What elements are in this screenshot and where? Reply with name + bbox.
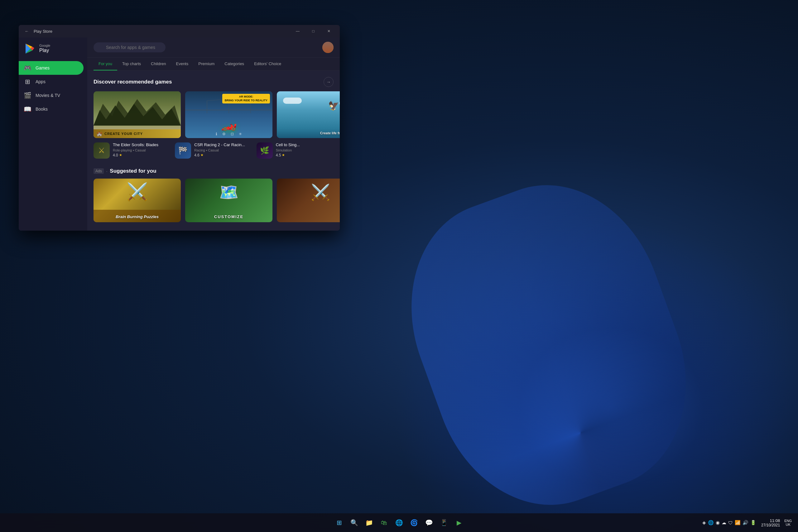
taskbar-windows-button[interactable]: ⊞ <box>332 516 346 530</box>
section-arrow-button[interactable]: → <box>324 77 334 87</box>
games-icon: 🎮 <box>24 64 31 72</box>
tab-editors-choice[interactable]: Editors' Choice <box>249 58 286 71</box>
taskbar-whatsapp-button[interactable]: 📱 <box>437 516 451 530</box>
books-icon: 📖 <box>24 105 31 113</box>
ad1-text: Brain Burning Puzzles <box>116 214 159 219</box>
game1-banner-icon: 🏰 <box>97 131 102 136</box>
ad2-art: 🗺️ <box>219 183 239 201</box>
cell-name: Cell to Sing... <box>276 142 334 148</box>
play-logo: Google Play <box>19 42 87 61</box>
csr-thumb: 🏁 <box>175 142 191 159</box>
taskbar-search-button[interactable]: 🔍 <box>347 516 361 530</box>
game-info-cell[interactable]: 🌿 Cell to Sing... Simulation 4.5 ★ <box>256 142 334 159</box>
featured-card-csr-racing[interactable]: 🏎️ AR MODE: BRING YOUR RIDE TO REALITY <box>185 91 272 138</box>
taskbar-center: ⊞ 🔍 📁 🛍 🌐 🌀 💬 📱 ▶ <box>332 516 466 530</box>
ad-card-strategy[interactable]: 🗺️ CUSTOMIZE <box>185 178 272 222</box>
wifi-icon: 📶 <box>735 520 741 526</box>
windows-icon: ⊞ <box>337 519 342 526</box>
ad-card-battle[interactable]: ⚔️ <box>277 178 340 222</box>
tab-categories[interactable]: Categories <box>220 58 249 71</box>
play-logo-text: Google Play <box>39 44 50 53</box>
cell-meta: Cell to Sing... Simulation 4.5 ★ <box>276 142 334 157</box>
taskbar-chrome-button[interactable]: 🌐 <box>392 516 406 530</box>
game-info-row: ⚔ The Elder Scrolls: Blades Role-playing… <box>94 142 334 159</box>
tab-events[interactable]: Events <box>171 58 193 71</box>
sidebar-item-apps[interactable]: ⊞ Apps <box>19 75 83 89</box>
search-wrapper: 🔍 <box>94 42 319 52</box>
avatar[interactable] <box>322 42 334 53</box>
taskbar-discord-button[interactable]: 💬 <box>422 516 436 530</box>
discord-icon: 💬 <box>425 519 433 526</box>
taskbar-region: UK <box>785 522 790 526</box>
elder-scrolls-rating-value: 4.0 <box>113 153 118 157</box>
elder-scrolls-name: The Elder Scrolls: Blades <box>113 142 171 148</box>
window-controls: — □ ✕ <box>290 26 336 36</box>
chrome-icon: 🌐 <box>395 519 403 526</box>
close-button[interactable]: ✕ <box>322 26 336 36</box>
taskbar-lang: ENG <box>784 519 792 522</box>
main-scroll-area[interactable]: Discover recommended games → <box>87 71 340 231</box>
game-info-csr[interactable]: 🏁 CSR Racing 2 - Car Racin... Racing • C… <box>175 142 252 159</box>
google-label: Google <box>39 44 50 48</box>
elder-scrolls-genre: Role-playing • Casual <box>113 148 171 152</box>
game2-controls: ℹ ⚙ ⊡ ✳ <box>216 132 242 136</box>
sidebar: Google Play 🎮 Games ⊞ Apps 🎬 Movies & TV… <box>19 37 87 231</box>
tab-premium[interactable]: Premium <box>193 58 220 71</box>
ads-separator: · <box>106 169 108 174</box>
taskbar-edge-button[interactable]: 🌀 <box>407 516 421 530</box>
sidebar-item-books[interactable]: 📖 Books <box>19 102 83 116</box>
system-tray-icons: ◈ 🌐 ◉ ☁ 🛡 📶 🔊 🔋 <box>702 520 756 526</box>
taskbar-right: ◈ 🌐 ◉ ☁ 🛡 📶 🔊 🔋 11:08 27/10/2021 ENG UK <box>702 518 792 527</box>
game-info-elder-scrolls[interactable]: ⚔ The Elder Scrolls: Blades Role-playing… <box>94 142 171 159</box>
cloud-icon: ☁ <box>722 520 726 526</box>
ad1-art: ⚔️ <box>127 182 148 202</box>
back-button[interactable]: ← <box>22 27 31 36</box>
elder-scrolls-meta: The Elder Scrolls: Blades Role-playing •… <box>113 142 171 157</box>
app-icon-1: ◉ <box>716 520 720 526</box>
play-store-icon: ▶ <box>457 519 461 526</box>
csr-star: ★ <box>201 153 204 157</box>
sidebar-item-movies[interactable]: 🎬 Movies & TV <box>19 89 83 102</box>
avatar-face <box>322 42 334 53</box>
files-icon: 📁 <box>365 519 373 526</box>
ad2-background: 🗺️ CUSTOMIZE <box>185 178 272 222</box>
csr-genre: Racing • Casual <box>194 148 252 152</box>
tab-top-charts[interactable]: Top charts <box>117 58 146 71</box>
taskbar-play-button[interactable]: ▶ <box>452 516 466 530</box>
search-bar-container: 🔍 <box>87 37 340 58</box>
section-title: Discover recommended games <box>94 79 172 85</box>
sidebar-item-games[interactable]: 🎮 Games <box>19 61 83 75</box>
suggested-section: Ads · Suggested for you ⚔️ <box>94 168 334 222</box>
game2-image: 🏎️ AR MODE: BRING YOUR RIDE TO REALITY <box>185 91 272 138</box>
tab-children[interactable]: Children <box>146 58 171 71</box>
content-area: 🔍 For you Top charts Children Events Pre… <box>87 37 340 231</box>
taskbar-date: 27/10/2021 <box>761 523 780 527</box>
featured-card-elder-scrolls[interactable]: 🏰 CREATE YOUR CITY <box>94 91 181 138</box>
maximize-button[interactable]: □ <box>306 26 320 36</box>
cell-rating: 4.5 ★ <box>276 153 334 157</box>
taskbar: ⊞ 🔍 📁 🛍 🌐 🌀 💬 📱 ▶ ◈ 🌐 ◉ <box>0 513 798 532</box>
ad3-art: ⚔️ <box>311 183 330 201</box>
ad-card-brain[interactable]: ⚔️ Brain Burning Puzzles <box>94 178 181 222</box>
suggested-title: Suggested for you <box>110 168 156 174</box>
taskbar-language: ENG UK <box>784 519 792 526</box>
play-store-window: ← Play Store — □ ✕ <box>19 25 340 231</box>
app-body: Google Play 🎮 Games ⊞ Apps 🎬 Movies & TV… <box>19 37 340 231</box>
cell-rating-value: 4.5 <box>276 153 281 157</box>
taskbar-files-button[interactable]: 📁 <box>362 516 376 530</box>
featured-card-sky[interactable]: 🦅 Create life from nothing... <box>277 91 340 138</box>
edge-icon: 🌀 <box>410 519 418 526</box>
cell-genre: Simulation <box>276 148 334 152</box>
taskbar-clock[interactable]: 11:08 27/10/2021 <box>761 518 780 527</box>
search-input[interactable] <box>94 42 166 52</box>
search-tabs-header: 🔍 For you Top charts Children Events Pre… <box>87 37 340 71</box>
taskbar-store-button[interactable]: 🛍 <box>377 516 391 530</box>
tab-for-you[interactable]: For you <box>94 58 117 71</box>
game1-banner-text: CREATE YOUR CITY <box>104 132 143 136</box>
game1-banner: 🏰 CREATE YOUR CITY <box>94 129 181 138</box>
minimize-button[interactable]: — <box>290 26 305 36</box>
recommended-games-section: Discover recommended games → <box>94 77 334 159</box>
ad3-background: ⚔️ <box>277 178 340 222</box>
tabs-bar: For you Top charts Children Events Premi… <box>87 58 340 71</box>
movies-icon: 🎬 <box>24 92 31 99</box>
